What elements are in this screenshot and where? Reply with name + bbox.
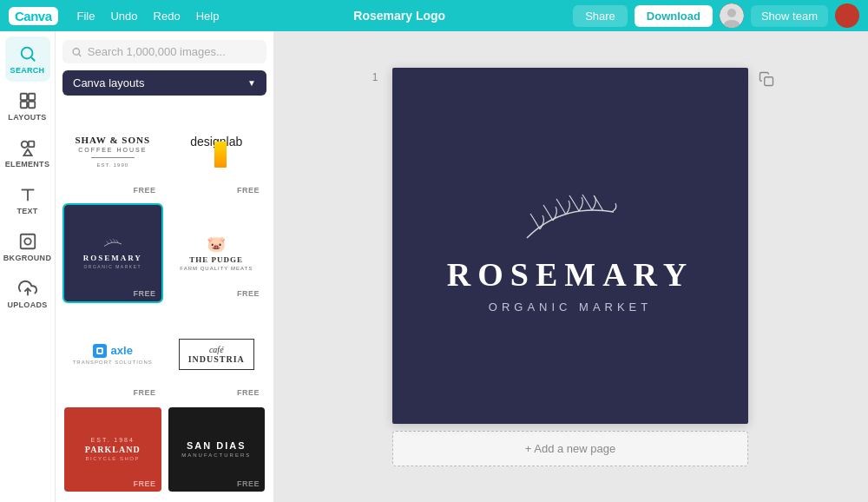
topbar-menu: File Undo Redo Help [70, 7, 227, 25]
show-team-label: Show team [761, 10, 818, 23]
download-button[interactable]: Download [635, 5, 713, 27]
uploads-icon [18, 279, 37, 298]
sidebar-item-uploads[interactable]: UPLOADS [5, 271, 50, 316]
sidebar-background-label: BKGROUND [3, 254, 51, 262]
layout-card-shaw[interactable]: SHAW & SONS COFFEE HOUSE EST. 1990 FREE [62, 102, 163, 200]
chevron-down-icon: ▼ [247, 78, 256, 88]
menu-redo[interactable]: Redo [147, 7, 187, 25]
parkland-badge: FREE [133, 479, 155, 488]
page-number: 1 [368, 68, 382, 83]
avatar[interactable] [720, 3, 744, 28]
pudge-badge: FREE [237, 289, 260, 298]
svg-rect-19 [765, 76, 773, 85]
dropdown-label: Canva layouts [73, 76, 144, 89]
svg-rect-14 [20, 234, 35, 248]
menu-undo[interactable]: Undo [103, 7, 144, 25]
search-input[interactable] [88, 45, 258, 58]
rosemary-branch [510, 177, 631, 255]
page-controls [759, 68, 774, 90]
background-icon [18, 232, 37, 251]
svg-rect-7 [20, 101, 26, 107]
panel-search-icon [71, 46, 82, 58]
sidebar-layouts-label: LAYOUTS [8, 113, 46, 122]
sidebar-item-layouts[interactable]: LAYOUTS [5, 83, 50, 129]
layout-card-pudge[interactable]: 🐷 THE PUDGE Farm Quality Meats FREE [167, 203, 267, 304]
layouts-grid: SHAW & SONS COFFEE HOUSE EST. 1990 FREE … [62, 102, 266, 493]
search-icon [18, 44, 37, 63]
user-avatar[interactable] [835, 3, 859, 28]
page-container: 1 [368, 68, 774, 466]
canva-logo[interactable]: Canva [9, 7, 58, 25]
add-page-button[interactable]: + Add a new page [392, 431, 748, 466]
rosemary-branch-mini [100, 236, 126, 252]
topbar: Canva File Undo Redo Help Rosemary Logo … [0, 0, 868, 31]
rosemary-badge: FREE [133, 289, 155, 298]
sidebar-text-label: TEXT [16, 207, 37, 215]
sidebar-elements-label: ELEMENTS [5, 160, 49, 168]
layout-card-sandias[interactable]: SAN DIAS MANUFACTURERS FREE [167, 406, 267, 494]
topbar-center: Rosemary Logo [234, 9, 564, 23]
layout-card-cafe[interactable]: café industria FREE [167, 307, 267, 402]
elements-icon [18, 138, 37, 157]
svg-point-17 [73, 48, 79, 54]
menu-file[interactable]: File [70, 7, 102, 25]
svg-rect-6 [28, 93, 34, 99]
canvas-card[interactable]: ROSEMARY ORGANIC MARKET [392, 68, 748, 424]
canvas-area: 1 [274, 31, 868, 502]
page-wrapper: ROSEMARY ORGANIC MARKET + Add a new page [392, 68, 748, 466]
duplicate-icon[interactable] [759, 71, 774, 90]
cafe-badge: FREE [237, 388, 260, 397]
layout-card-rosemary[interactable]: ROSEMARY ORGANIC MARKET FREE [62, 203, 163, 304]
sidebar-item-text[interactable]: TEXT [5, 177, 50, 222]
canvas-title: ROSEMARY [447, 255, 694, 294]
show-team-button[interactable]: Show team [751, 5, 828, 27]
layouts-icon [18, 91, 37, 110]
panel: Canva layouts ▼ SHAW & SONS COFFEE HOUSE… [56, 31, 274, 502]
axle-badge: FREE [133, 388, 155, 397]
svg-point-15 [24, 238, 30, 244]
layout-card-designlab[interactable]: designlab FREE [167, 102, 267, 200]
text-icon [18, 185, 37, 204]
sidebar-search-label: SEARCH [10, 66, 45, 75]
sidebar-item-elements[interactable]: ELEMENTS [5, 130, 50, 175]
svg-rect-10 [28, 141, 33, 146]
topbar-right: Share Download Show team [573, 3, 859, 28]
sidebar-item-search[interactable]: SEARCH [5, 36, 50, 82]
sidebar-uploads-label: UPLOADS [7, 301, 47, 309]
sandias-badge: FREE [237, 479, 260, 488]
layout-card-axle[interactable]: axle TRANSPORT SOLUTIONS FREE [62, 307, 163, 402]
shaw-badge: FREE [133, 186, 155, 195]
sidebar-item-background[interactable]: BKGROUND [5, 224, 50, 269]
svg-point-9 [21, 141, 27, 147]
svg-rect-8 [28, 101, 34, 107]
search-box[interactable] [62, 40, 266, 63]
avatar-icon [720, 3, 744, 28]
main-layout: SEARCH LAYOUTS ELEMENTS [0, 31, 868, 502]
svg-point-3 [21, 47, 32, 58]
layout-card-parkland[interactable]: EST. 1984 Parkland BICYCLE SHOP FREE [62, 406, 163, 494]
share-button[interactable]: Share [573, 5, 628, 27]
svg-line-18 [79, 54, 81, 56]
svg-line-4 [31, 57, 35, 61]
menu-help[interactable]: Help [189, 7, 227, 25]
layouts-dropdown[interactable]: Canva layouts ▼ [62, 70, 266, 96]
doc-title: Rosemary Logo [353, 9, 445, 23]
svg-marker-11 [23, 149, 31, 155]
svg-rect-5 [20, 93, 26, 99]
sidebar-icons: SEARCH LAYOUTS ELEMENTS [0, 31, 56, 502]
svg-point-1 [727, 9, 736, 17]
canvas-subtitle: ORGANIC MARKET [489, 301, 652, 314]
designlab-badge: FREE [237, 186, 260, 195]
